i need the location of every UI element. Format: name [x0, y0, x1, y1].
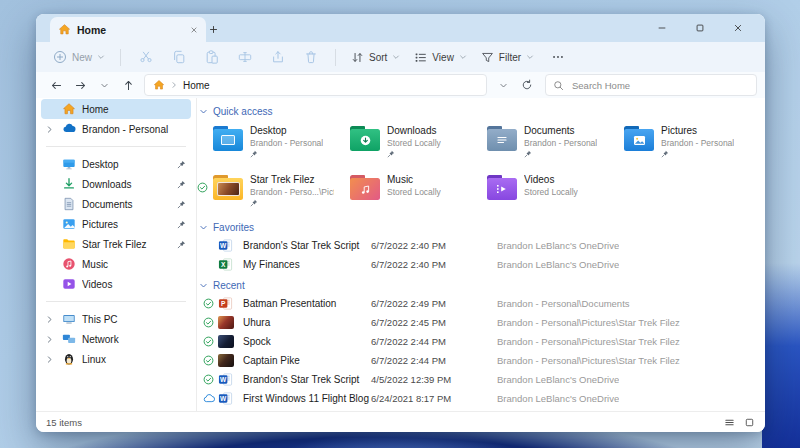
music-icon — [62, 257, 76, 271]
explorer-body: Home Brandon - Personal Desktop — [36, 98, 765, 412]
file-row[interactable]: Brandon's Star Trek Script 6/7/2022 2:40… — [197, 236, 765, 255]
tile-desktop[interactable]: Desktop Brandon - Personal — [197, 122, 334, 166]
file-row[interactable]: Brandon's Star Trek Script 4/5/2022 12:3… — [197, 370, 765, 389]
photo-thumbnail — [218, 335, 234, 348]
command-toolbar: New Sort View Filter — [36, 42, 765, 72]
file-row[interactable]: First Windows 11 Flight Blog Post 6/24/2… — [197, 389, 765, 408]
chevron-right-icon[interactable] — [45, 335, 56, 344]
window-controls — [643, 14, 757, 42]
file-location: Brandon LeBlanc's OneDrive — [497, 259, 619, 270]
tile-star-trek-filez[interactable]: Star Trek Filez Brandon - Perso...\Pictu… — [197, 171, 334, 215]
tile-music[interactable]: Music Stored Locally — [334, 171, 471, 215]
sidebar-item-this-pc[interactable]: This PC — [41, 309, 191, 329]
new-button[interactable]: New — [46, 45, 112, 69]
tile-subtitle: Brandon - Personal — [661, 137, 734, 149]
view-button[interactable]: View — [407, 45, 474, 69]
back-button[interactable] — [44, 74, 68, 96]
close-button[interactable] — [719, 14, 757, 42]
file-name: Captain Pike — [243, 355, 371, 366]
filter-label: Filter — [499, 52, 521, 63]
chevron-right-icon[interactable] — [45, 125, 56, 134]
sync-ok-icon — [203, 355, 218, 366]
file-location: Brandon - Personal\Pictures\Star Trek Fi… — [497, 355, 680, 366]
section-header-recent[interactable]: Recent — [199, 277, 765, 293]
tab-home[interactable]: Home — [50, 17, 206, 42]
sidebar-item-pictures[interactable]: Pictures — [41, 214, 191, 234]
date-modified: 6/24/2021 8:17 PM — [371, 393, 497, 404]
thumbnail-view-icon[interactable] — [744, 417, 755, 428]
file-row[interactable]: My Finances 6/7/2022 2:40 PM Brandon LeB… — [197, 255, 765, 274]
chevron-right-icon[interactable] — [45, 315, 56, 324]
share-icon — [271, 50, 285, 64]
refresh-button[interactable] — [515, 74, 539, 96]
sidebar-item-network[interactable]: Network — [41, 329, 191, 349]
pictures-folder-icon — [624, 126, 654, 151]
filter-button[interactable]: Filter — [474, 45, 541, 69]
cut-button[interactable] — [132, 45, 159, 69]
tile-pictures[interactable]: Pictures Brandon - Personal — [608, 122, 745, 166]
pin-icon — [250, 150, 323, 160]
rename-button[interactable] — [231, 45, 258, 69]
up-button[interactable] — [116, 74, 140, 96]
maximize-button[interactable] — [681, 14, 719, 42]
address-dropdown-button[interactable] — [491, 74, 515, 96]
sidebar-item-linux[interactable]: Linux — [41, 349, 191, 369]
more-options-button[interactable] — [544, 45, 571, 69]
navigation-pane: Home Brandon - Personal Desktop — [36, 98, 197, 412]
sidebar-item-onedrive-personal[interactable]: Brandon - Personal — [41, 119, 191, 139]
file-row[interactable]: Captain Pike 6/7/2022 2:44 PM Brandon - … — [197, 351, 765, 370]
tile-documents[interactable]: Documents Brandon - Personal — [471, 122, 608, 166]
minimize-button[interactable] — [643, 14, 681, 42]
sidebar-item-star-trek-filez[interactable]: Star Trek Filez — [41, 234, 191, 254]
file-row[interactable]: Spock 6/7/2022 2:44 PM Brandon - Persona… — [197, 332, 765, 351]
chevron-down-icon — [459, 53, 467, 61]
sidebar-item-label: Brandon - Personal — [82, 124, 187, 135]
view-label: View — [432, 52, 454, 63]
sort-button[interactable]: Sort — [344, 45, 407, 69]
tile-name: Star Trek Filez — [250, 173, 334, 186]
sidebar-item-videos[interactable]: Videos — [41, 274, 191, 294]
share-button[interactable] — [264, 45, 291, 69]
section-header-favorites[interactable]: Favorites — [199, 219, 765, 235]
sidebar-item-home[interactable]: Home — [41, 99, 191, 119]
sidebar-item-label: Videos — [82, 279, 187, 290]
date-modified: 6/7/2022 2:40 PM — [371, 240, 497, 251]
date-modified: 6/7/2022 2:40 PM — [371, 259, 497, 270]
sidebar-item-music[interactable]: Music — [41, 254, 191, 274]
breadcrumb[interactable]: Home — [144, 74, 487, 96]
photo-thumbnail — [218, 316, 234, 329]
forward-button[interactable] — [68, 74, 92, 96]
new-tab-button[interactable] — [202, 19, 224, 40]
delete-button[interactable] — [297, 45, 324, 69]
sidebar-item-documents[interactable]: Documents — [41, 194, 191, 214]
file-row[interactable]: Batman Presentation 6/7/2022 2:49 PM Bra… — [197, 294, 765, 313]
paste-button[interactable] — [198, 45, 225, 69]
section-header-quick-access[interactable]: Quick access — [199, 103, 765, 119]
sidebar-item-downloads[interactable]: Downloads — [41, 174, 191, 194]
recent-list: Batman Presentation 6/7/2022 2:49 PM Bra… — [197, 294, 765, 408]
date-modified: 4/5/2022 12:39 PM — [371, 374, 497, 385]
minimize-icon — [657, 23, 667, 33]
file-location: Brandon LeBlanc's OneDrive — [497, 393, 619, 404]
search-box[interactable] — [545, 74, 757, 96]
chevron-down-icon — [199, 107, 208, 116]
search-input[interactable] — [570, 79, 749, 92]
file-name: Brandon's Star Trek Script — [243, 240, 371, 251]
file-location: Brandon - Personal\Pictures\Star Trek Fi… — [497, 336, 680, 347]
copy-button[interactable] — [165, 45, 192, 69]
tile-videos[interactable]: Videos Stored Locally — [471, 171, 608, 215]
recent-locations-button[interactable] — [92, 74, 116, 96]
wallpaper-bloom-right — [762, 263, 800, 448]
list-view-icon[interactable] — [724, 417, 735, 428]
tab-close-icon[interactable] — [190, 26, 198, 34]
sidebar-item-label: Downloads — [82, 179, 171, 190]
search-icon — [553, 80, 564, 91]
documents-folder-icon — [487, 126, 517, 151]
tile-subtitle: Brandon - Personal — [524, 137, 597, 149]
chevron-right-icon[interactable] — [45, 355, 56, 364]
more-icon — [551, 50, 565, 64]
tile-downloads[interactable]: Downloads Stored Locally — [334, 122, 471, 166]
chevron-down-icon — [97, 53, 105, 61]
sidebar-item-desktop[interactable]: Desktop — [41, 154, 191, 174]
file-row[interactable]: Uhura 6/7/2022 2:45 PM Brandon - Persona… — [197, 313, 765, 332]
